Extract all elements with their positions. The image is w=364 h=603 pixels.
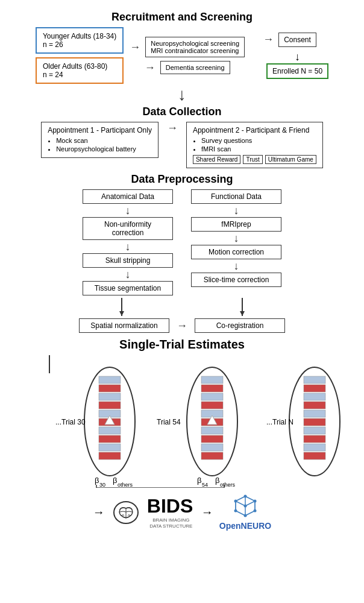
task-badges: Shared Reward Trust Ultimatum Game bbox=[193, 155, 316, 164]
svg-point-52 bbox=[253, 500, 256, 503]
preprocessing-columns: Anatomical Data ↓ Non-uniformity correct… bbox=[6, 189, 358, 295]
anatomical-title: Anatomical Data bbox=[101, 192, 154, 201]
single-trial-diagram: ...Trial 30 Trial 54 ...Trial N β 30 β o… bbox=[7, 355, 357, 488]
fmriprep-box: fMRIprep bbox=[191, 217, 281, 232]
svg-rect-21 bbox=[201, 393, 223, 400]
coregistration-box: Co-registration bbox=[195, 318, 285, 333]
data-collection-title: Data Collection bbox=[6, 106, 358, 118]
older-n: n = 24 bbox=[43, 71, 116, 79]
anatomical-data-box: Anatomical Data bbox=[83, 189, 173, 204]
enrolled-box: Enrolled N = 50 bbox=[266, 63, 328, 79]
task-shared-reward: Shared Reward bbox=[193, 155, 240, 164]
svg-point-57 bbox=[243, 505, 246, 508]
older-adults-box: Older Adults (63-80) n = 24 bbox=[36, 57, 124, 84]
svg-rect-14 bbox=[99, 435, 121, 443]
svg-point-51 bbox=[243, 495, 246, 498]
bids-main-text: BIDS bbox=[147, 495, 193, 517]
svg-line-48 bbox=[236, 501, 245, 506]
appt1-item2: Neuropsychological battery bbox=[56, 145, 152, 153]
beta54-others: β bbox=[215, 476, 219, 485]
appointments-row: Appointment 1 - Participant Only Mock sc… bbox=[6, 122, 358, 168]
svg-rect-9 bbox=[99, 393, 121, 400]
younger-n: n = 26 bbox=[43, 40, 116, 49]
non-uniformity-box: Non-uniformity correction bbox=[83, 217, 173, 240]
svg-rect-34 bbox=[304, 402, 325, 409]
arrow-bids-to-openneuro: → bbox=[201, 505, 213, 519]
page: Recruitment and Screening Younger Adults… bbox=[0, 0, 364, 537]
task-ultimatum: Ultimatum Game bbox=[265, 155, 316, 164]
preproc-connector-svg bbox=[61, 298, 303, 316]
recruitment-title: Recruitment and Screening bbox=[6, 11, 358, 24]
openneuro-logo: OpenNEURO bbox=[219, 494, 271, 531]
skull-stripping-box: Skull stripping bbox=[83, 253, 173, 268]
dementia-screening-label: Dementia screening bbox=[166, 64, 225, 71]
svg-point-56 bbox=[234, 500, 237, 503]
arrow-to-data-collection: ↓ bbox=[6, 89, 358, 101]
skull-stripping-label: Skull stripping bbox=[105, 256, 151, 265]
openneuro-icon bbox=[232, 494, 259, 521]
bids-logo-text: BIDS BRAIN IMAGING DATA STRUCTURE bbox=[147, 495, 195, 529]
arrow-anat3: ↓ bbox=[125, 268, 131, 281]
svg-rect-7 bbox=[99, 376, 121, 384]
anatomical-column: Anatomical Data ↓ Non-uniformity correct… bbox=[83, 189, 173, 295]
svg-rect-28 bbox=[201, 452, 223, 459]
preprocessing-section: Data Preprocessing Anatomical Data ↓ Non… bbox=[6, 173, 358, 333]
motion-correction-box: Motion correction bbox=[191, 245, 281, 259]
recruitment-section: Recruitment and Screening Younger Adults… bbox=[6, 11, 358, 84]
svg-rect-38 bbox=[304, 435, 325, 443]
bids-section: → BIDS BRAIN IMAGING DATA STRUCTURE → bbox=[6, 494, 358, 531]
arrow-anat1: ↓ bbox=[125, 204, 131, 217]
svg-marker-3 bbox=[240, 311, 245, 316]
single-trial-svg: ...Trial 30 Trial 54 ...Trial N β 30 β o… bbox=[7, 355, 357, 488]
trial54-label: Trial 54 bbox=[157, 418, 181, 426]
svg-rect-19 bbox=[201, 376, 223, 384]
svg-rect-32 bbox=[304, 385, 325, 392]
svg-rect-37 bbox=[304, 427, 325, 434]
svg-point-54 bbox=[243, 514, 246, 517]
svg-rect-25 bbox=[201, 427, 223, 434]
functional-data-box: Functional Data bbox=[191, 189, 281, 204]
beta30-others-sub: others bbox=[118, 482, 133, 488]
appt1-items: Mock scan Neuropsychological battery bbox=[56, 137, 152, 153]
functional-title: Functional Data bbox=[211, 192, 262, 201]
arrow-func3: ↓ bbox=[234, 259, 239, 273]
arrow-to-consent: → bbox=[260, 33, 276, 46]
younger-adults-label: Younger Adults (18-34) bbox=[43, 32, 116, 40]
arrow-to-bids: → bbox=[93, 505, 105, 519]
single-trial-title: Single-Trial Estimates bbox=[6, 338, 358, 352]
svg-rect-35 bbox=[304, 410, 325, 417]
spatial-normalization-box: Spatial normalization bbox=[79, 318, 169, 333]
svg-rect-39 bbox=[304, 444, 325, 451]
enrolled-label: Enrolled N = 50 bbox=[272, 67, 322, 75]
svg-line-49 bbox=[245, 501, 255, 506]
openneuro-text: OpenNEURO bbox=[219, 521, 271, 531]
svg-rect-20 bbox=[201, 385, 223, 392]
preprocessing-title: Data Preprocessing bbox=[6, 173, 358, 186]
svg-rect-22 bbox=[201, 402, 223, 409]
svg-rect-40 bbox=[304, 452, 325, 459]
non-uniformity-label: Non-uniformity correction bbox=[104, 220, 151, 237]
screening-box2: Dementia screening bbox=[160, 61, 230, 74]
svg-rect-15 bbox=[99, 444, 121, 451]
tissue-segmentation-label: Tissue segmentation bbox=[95, 284, 161, 292]
spatial-row: Spatial normalization → Co-registration bbox=[6, 318, 358, 333]
beta30-others: β bbox=[113, 476, 117, 485]
beta30-sub: 30 bbox=[99, 482, 105, 488]
fmriprep-label: fMRIprep bbox=[221, 220, 251, 229]
age-groups: Younger Adults (18-34) n = 26 Older Adul… bbox=[36, 27, 124, 84]
single-trial-section: Single-Trial Estimates bbox=[6, 338, 358, 488]
beta54-others-sub: others bbox=[220, 482, 236, 488]
coregistration-label: Co-registration bbox=[216, 321, 264, 330]
appt2-items: Survey questions fMRI scan bbox=[201, 137, 316, 153]
motion-correction-label: Motion correction bbox=[209, 248, 264, 256]
data-collection-section: Data Collection Appointment 1 - Particip… bbox=[6, 106, 358, 168]
svg-point-53 bbox=[253, 510, 256, 513]
arrow-func1: ↓ bbox=[234, 204, 239, 217]
beta54-sub: 54 bbox=[202, 482, 208, 488]
screening-box1: Neuropsychological screeningMRI contrain… bbox=[145, 37, 245, 57]
tissue-segmentation-box: Tissue segmentation bbox=[83, 281, 173, 295]
arrow-anat2: ↓ bbox=[125, 240, 131, 253]
spatial-normalization-label: Spatial normalization bbox=[90, 321, 157, 330]
task-trust: Trust bbox=[243, 155, 262, 164]
svg-rect-33 bbox=[304, 393, 325, 400]
